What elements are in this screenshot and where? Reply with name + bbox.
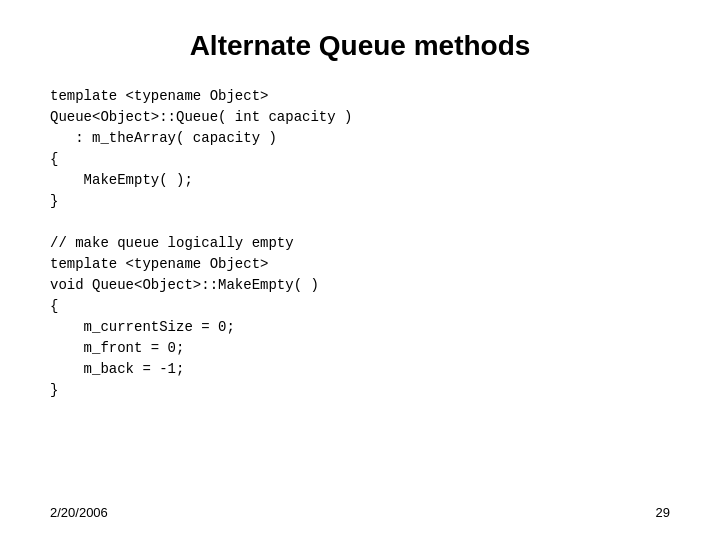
footer-page: 29 <box>656 505 670 520</box>
slide: Alternate Queue methods template <typena… <box>0 0 720 540</box>
code-block: template <typename Object> Queue<Object>… <box>50 86 670 401</box>
slide-title: Alternate Queue methods <box>50 30 670 62</box>
footer: 2/20/2006 29 <box>50 505 670 520</box>
footer-date: 2/20/2006 <box>50 505 108 520</box>
